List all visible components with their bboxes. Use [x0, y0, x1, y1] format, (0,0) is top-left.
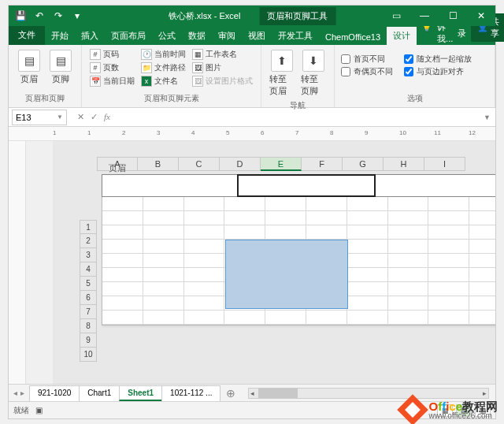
new-sheet-button[interactable]: ⊕ — [220, 387, 242, 400]
cell[interactable] — [428, 211, 469, 225]
row-header-5[interactable]: 5 — [80, 277, 97, 291]
tab-chemoffice[interactable]: ChemOffice13 — [319, 29, 387, 45]
horizontal-scrollbar[interactable]: ◂▸ — [248, 388, 489, 399]
enter-formula-icon[interactable]: ✓ — [88, 112, 100, 122]
header-center-box[interactable] — [237, 174, 376, 197]
cell[interactable] — [347, 240, 388, 254]
undo-icon[interactable]: ↶ — [32, 9, 46, 23]
cell[interactable] — [469, 268, 495, 282]
row-header-9[interactable]: 9 — [80, 333, 97, 348]
current-time-button[interactable]: 🕐当前时间 — [139, 48, 187, 61]
sheet-tab-4[interactable]: 1021-112 ... — [161, 385, 220, 401]
cell[interactable] — [265, 225, 306, 240]
cell[interactable] — [184, 240, 225, 254]
cell[interactable] — [143, 311, 184, 325]
cell[interactable] — [388, 311, 429, 325]
cell[interactable] — [143, 240, 184, 254]
name-box[interactable]: E13▼ — [12, 110, 67, 125]
row-header-8[interactable]: 8 — [80, 319, 97, 333]
header-right-box[interactable] — [374, 174, 495, 197]
column-header-G[interactable]: G — [343, 157, 384, 171]
column-header-E[interactable]: E — [261, 157, 302, 171]
cell[interactable] — [143, 225, 184, 240]
picture-button[interactable]: 🖼图片 — [191, 61, 254, 74]
cell[interactable] — [469, 282, 495, 296]
page-count-button[interactable]: #页数 — [88, 61, 136, 74]
cell[interactable] — [428, 240, 469, 254]
cell[interactable] — [143, 282, 184, 296]
goto-header-button[interactable]: ⬆转至页眉 — [268, 48, 296, 99]
cell[interactable] — [306, 211, 347, 225]
scale-with-doc-checkbox[interactable]: 随文档一起缩放 — [404, 53, 472, 65]
cell[interactable] — [469, 197, 495, 211]
cell[interactable] — [347, 296, 388, 311]
tab-design[interactable]: 设计 — [387, 27, 417, 45]
cell[interactable] — [347, 211, 388, 225]
tab-data[interactable]: 数据 — [182, 27, 212, 45]
cell[interactable] — [184, 268, 225, 282]
page-number-button[interactable]: #页码 — [88, 48, 136, 61]
footer-button[interactable]: ▤页脚 — [46, 48, 75, 91]
align-margins-checkbox[interactable]: 与页边距对齐 — [404, 65, 472, 78]
shape-rectangle[interactable] — [225, 240, 348, 309]
cell[interactable] — [306, 225, 347, 240]
cell[interactable] — [265, 211, 306, 225]
first-page-different-checkbox[interactable]: 首页不同 — [341, 53, 393, 65]
cell[interactable] — [224, 311, 265, 325]
fx-icon[interactable]: fx — [102, 112, 113, 122]
minimize-button[interactable]: — — [410, 6, 439, 26]
cell[interactable] — [347, 268, 388, 282]
cell[interactable] — [306, 197, 347, 211]
cancel-formula-icon[interactable]: ✕ — [75, 112, 87, 122]
qat-more-icon[interactable]: ▾ — [70, 9, 84, 23]
cell[interactable] — [428, 197, 469, 211]
sheet-name-button[interactable]: ▦工作表名 — [191, 48, 254, 61]
cell[interactable] — [224, 225, 265, 240]
cell[interactable] — [102, 225, 143, 240]
file-name-button[interactable]: x文件名 — [139, 75, 187, 87]
tab-nav-first-icon[interactable]: ◂ — [13, 389, 17, 397]
tab-home[interactable]: 开始 — [45, 27, 75, 45]
sheet-tab-sheet1[interactable]: Sheet1 — [119, 385, 162, 401]
tab-file[interactable]: 文件 — [9, 25, 45, 45]
cell[interactable] — [102, 240, 143, 254]
cell[interactable] — [469, 296, 495, 311]
cell[interactable] — [469, 225, 495, 240]
cell[interactable] — [347, 311, 388, 325]
cell[interactable] — [388, 254, 429, 268]
tab-formulas[interactable]: 公式 — [152, 27, 182, 45]
cell[interactable] — [388, 211, 429, 225]
column-header-B[interactable]: B — [138, 157, 179, 171]
cell[interactable] — [143, 197, 184, 211]
file-path-button[interactable]: 📁文件路径 — [139, 61, 187, 74]
cell[interactable] — [224, 211, 265, 225]
row-header-1[interactable]: 1 — [80, 220, 97, 234]
cell[interactable] — [347, 197, 388, 211]
column-header-H[interactable]: H — [384, 157, 424, 171]
cell[interactable] — [265, 311, 306, 325]
cell[interactable] — [143, 296, 184, 311]
header-left-box[interactable] — [102, 174, 239, 197]
maximize-button[interactable]: ☐ — [439, 6, 467, 26]
cell[interactable] — [184, 211, 225, 225]
cell[interactable] — [428, 225, 469, 240]
cell[interactable] — [224, 197, 265, 211]
cell[interactable] — [469, 211, 495, 225]
tab-view[interactable]: 视图 — [242, 27, 272, 45]
cell[interactable] — [184, 296, 225, 311]
cell[interactable] — [102, 211, 143, 225]
redo-icon[interactable]: ↷ — [51, 9, 65, 23]
cell[interactable] — [265, 197, 306, 211]
cell[interactable] — [388, 296, 429, 311]
cell[interactable] — [469, 254, 495, 268]
goto-footer-button[interactable]: ⬇转至页脚 — [299, 48, 328, 99]
current-date-button[interactable]: 📅当前日期 — [88, 75, 136, 87]
row-header-6[interactable]: 6 — [80, 291, 97, 305]
row-header-2[interactable]: 2 — [80, 234, 97, 248]
cell[interactable] — [388, 268, 429, 282]
cell[interactable] — [102, 254, 143, 268]
tab-pagelayout[interactable]: 页面布局 — [105, 27, 152, 45]
odd-even-different-checkbox[interactable]: 奇偶页不同 — [341, 65, 393, 78]
sheet-tab-1[interactable]: 921-1020 — [29, 385, 80, 401]
cell[interactable] — [102, 311, 143, 325]
